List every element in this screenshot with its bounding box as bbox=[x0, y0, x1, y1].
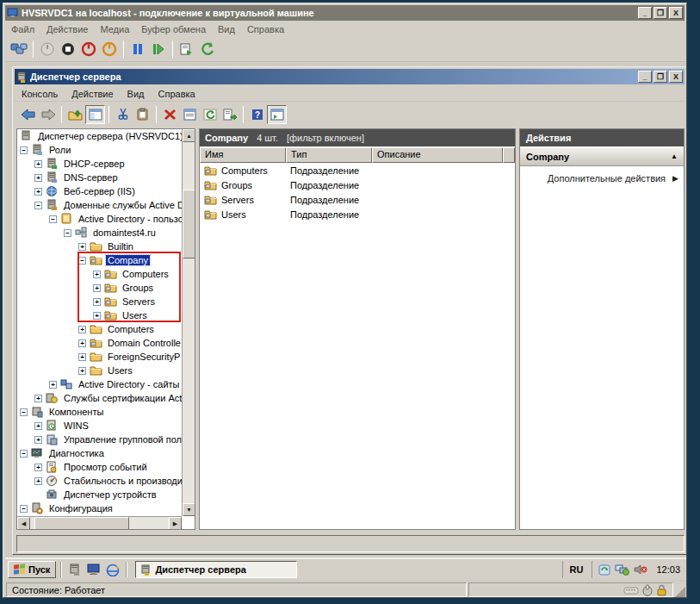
back-button[interactable] bbox=[18, 105, 38, 124]
tree-item-company[interactable]: −Company bbox=[17, 253, 182, 267]
vm-menu-item[interactable]: Буфер обмена bbox=[135, 22, 212, 36]
volume-muted-icon[interactable] bbox=[633, 564, 647, 576]
scroll-left-button[interactable]: ◀ bbox=[17, 517, 30, 530]
horizontal-scroll-thumb[interactable] bbox=[34, 517, 129, 530]
network-icon[interactable] bbox=[615, 564, 629, 576]
sm-menu-item[interactable]: Консоль bbox=[15, 87, 65, 101]
expand-icon[interactable]: + bbox=[34, 422, 42, 430]
server-manager-icon[interactable] bbox=[66, 561, 84, 578]
start-button[interactable] bbox=[148, 39, 169, 59]
forward-button[interactable] bbox=[38, 105, 58, 124]
tree-item-foreignsecurityp[interactable]: +ForeignSecurityP bbox=[17, 350, 182, 364]
vm-menu-item[interactable]: Файл bbox=[5, 22, 40, 36]
expand-icon[interactable]: + bbox=[78, 326, 86, 333]
cut-button[interactable] bbox=[113, 105, 133, 124]
power-button[interactable] bbox=[37, 39, 58, 59]
resize-grip[interactable] bbox=[675, 587, 685, 597]
vm-close-button[interactable]: X bbox=[669, 7, 683, 19]
revert-button[interactable] bbox=[197, 39, 218, 59]
expand-icon[interactable]: + bbox=[34, 436, 42, 444]
collapse-icon[interactable]: − bbox=[20, 146, 28, 154]
expand-icon[interactable]: + bbox=[34, 160, 42, 168]
refresh-button[interactable] bbox=[200, 105, 220, 124]
expand-icon[interactable]: + bbox=[49, 381, 57, 389]
tree-item-роли[interactable]: −Роли bbox=[17, 143, 182, 157]
expand-icon[interactable]: + bbox=[34, 395, 42, 402]
expand-icon[interactable]: + bbox=[34, 477, 42, 485]
expand-icon[interactable]: + bbox=[93, 284, 101, 292]
sm-menu-item[interactable]: Вид bbox=[121, 87, 152, 101]
expand-icon[interactable]: + bbox=[78, 367, 86, 375]
collapse-icon[interactable]: − bbox=[20, 505, 28, 513]
tree-item-конфигурация[interactable]: −Конфигурация bbox=[17, 501, 182, 515]
tree-item-computers[interactable]: +Computers bbox=[17, 322, 182, 336]
turn-off-button[interactable] bbox=[78, 39, 99, 59]
tree-item-компоненты[interactable]: −Компоненты bbox=[17, 405, 182, 419]
tree-item-wins[interactable]: +WINS bbox=[17, 419, 182, 433]
expand-icon[interactable]: + bbox=[93, 312, 101, 320]
tree-item-computers[interactable]: +Computers bbox=[17, 267, 182, 281]
tree-item-users[interactable]: +Users bbox=[17, 308, 182, 322]
tree-item-domain-controlle[interactable]: +Domain Controlle bbox=[17, 336, 182, 350]
tree-item-domaintest4-ru[interactable]: −domaintest4.ru bbox=[17, 226, 182, 240]
sm-close-button[interactable]: X bbox=[669, 71, 683, 83]
collapse-icon[interactable]: − bbox=[20, 408, 28, 416]
expand-icon[interactable]: + bbox=[34, 174, 42, 182]
taskbar-task-server-manager[interactable]: Диспетчер сервера bbox=[135, 561, 297, 578]
vm-menu-item[interactable]: Вид bbox=[212, 22, 241, 36]
show-desktop-icon[interactable] bbox=[85, 561, 102, 578]
expand-icon[interactable]: + bbox=[78, 353, 86, 361]
sm-maximize-button[interactable]: ❐ bbox=[654, 71, 667, 83]
column-header-name[interactable]: Имя bbox=[200, 147, 286, 163]
table-row[interactable]: ComputersПодразделение bbox=[200, 163, 515, 177]
snapshot-button[interactable] bbox=[177, 39, 197, 59]
delete-button[interactable] bbox=[160, 105, 180, 124]
show-hide-button[interactable] bbox=[267, 105, 287, 124]
paste-button[interactable] bbox=[133, 105, 152, 124]
vm-menu-item[interactable]: Действие bbox=[40, 22, 94, 36]
tree-vertical-scrollbar[interactable]: ▲ ▼ bbox=[182, 129, 195, 516]
tree-item-builtin[interactable]: +Builtin bbox=[17, 240, 182, 253]
start-button[interactable]: Пуск bbox=[8, 561, 56, 578]
server-manager-titlebar[interactable]: Диспетчер сервера _ ❐ X bbox=[15, 69, 685, 84]
expand-icon[interactable]: + bbox=[34, 188, 42, 196]
table-row[interactable]: GroupsПодразделение bbox=[200, 177, 515, 192]
tree-item-active-directory-пользо[interactable]: −Active Directory - пользо bbox=[17, 212, 182, 226]
export-list-button[interactable] bbox=[220, 105, 239, 124]
tree-item-диспетчер-сервера-hvsrvdc1-[interactable]: Диспетчер сервера (HVSRVDC1) bbox=[17, 129, 182, 143]
tree-item-управление-групповой-пол[interactable]: +Управление групповой пол bbox=[17, 433, 182, 446]
expand-icon[interactable]: + bbox=[34, 464, 42, 471]
collapse-icon[interactable]: − bbox=[20, 450, 28, 458]
tree-item-users[interactable]: +Users bbox=[17, 364, 182, 377]
tree-item-dhcp-сервер[interactable]: +DHCP-сервер bbox=[17, 157, 182, 171]
console-tree-button[interactable] bbox=[85, 105, 105, 124]
tree-item-просмотр-событий[interactable]: +Просмотр событий bbox=[17, 460, 182, 474]
collapse-icon[interactable]: − bbox=[64, 229, 71, 237]
actions-section-header[interactable]: Company ▲ bbox=[520, 147, 684, 166]
collapse-chevron-icon[interactable]: ▲ bbox=[671, 153, 678, 160]
tree-horizontal-scrollbar[interactable]: ◀ ▶ bbox=[17, 516, 182, 529]
properties-button[interactable] bbox=[180, 105, 200, 124]
vm-minimize-button[interactable]: _ bbox=[638, 7, 652, 19]
table-row[interactable]: UsersПодразделение bbox=[200, 207, 515, 221]
pause-button[interactable] bbox=[127, 39, 148, 59]
sm-menu-item[interactable]: Действие bbox=[65, 87, 120, 101]
tree-item-groups[interactable]: +Groups bbox=[17, 281, 182, 295]
more-actions-item[interactable]: Дополнительные действия ▶ bbox=[520, 166, 684, 185]
vm-maximize-button[interactable]: ❐ bbox=[654, 7, 667, 19]
tree-item-службы-сертификации-act[interactable]: +Службы сертификации Act bbox=[17, 391, 182, 405]
tree-item-стабильность-и-производи[interactable]: +Стабильность и производи bbox=[17, 474, 182, 488]
language-indicator[interactable]: RU bbox=[567, 564, 587, 576]
table-row[interactable]: ServersПодразделение bbox=[200, 192, 515, 207]
sm-minimize-button[interactable]: _ bbox=[638, 71, 652, 83]
vm-menu-item[interactable]: Справка bbox=[241, 22, 290, 36]
expand-icon[interactable]: + bbox=[78, 339, 86, 347]
shutdown-button[interactable] bbox=[99, 39, 120, 59]
tree-item-диспетчер-устройств[interactable]: Диспетчер устройств bbox=[17, 488, 182, 501]
expand-icon[interactable]: + bbox=[93, 271, 101, 278]
scroll-up-button[interactable]: ▲ bbox=[183, 129, 195, 142]
scroll-down-button[interactable]: ▼ bbox=[183, 503, 195, 516]
stop-button[interactable] bbox=[58, 39, 78, 59]
up-folder-button[interactable] bbox=[65, 105, 85, 124]
collapse-icon[interactable]: − bbox=[34, 202, 42, 209]
